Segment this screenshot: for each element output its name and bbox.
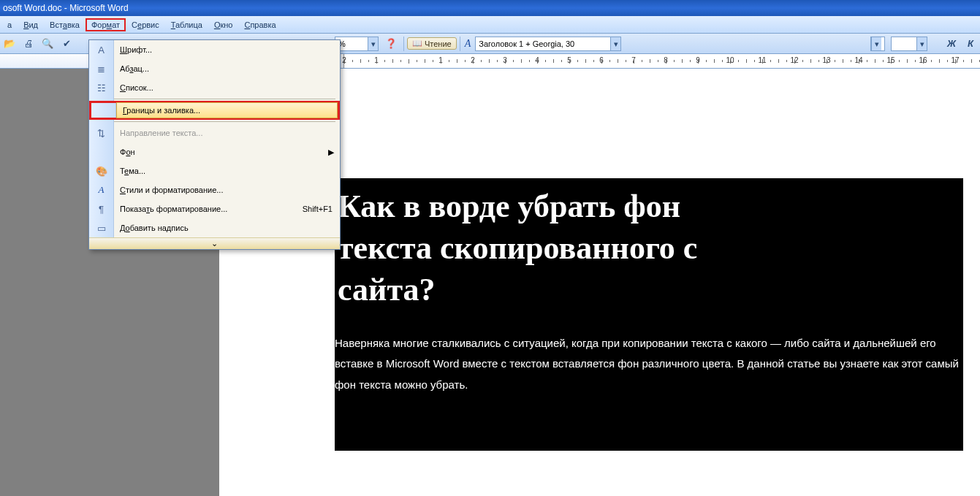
preview-button[interactable] bbox=[39, 36, 56, 52]
menu-styles[interactable]: Стили и форматирование... bbox=[89, 180, 340, 199]
menu-reveal-formatting[interactable]: Показать форматирование... Shift+F1 bbox=[89, 199, 340, 218]
list-icon bbox=[97, 83, 106, 94]
menu-item-view[interactable]: Вид bbox=[18, 18, 44, 31]
menu-list[interactable]: Список... bbox=[89, 78, 340, 97]
direction-icon bbox=[97, 128, 105, 139]
chevron-down-icon[interactable]: ▾ bbox=[610, 37, 620, 50]
menu-item-table[interactable]: Таблица bbox=[165, 18, 208, 31]
size-input[interactable] bbox=[892, 39, 916, 48]
zoom-combo[interactable]: ▾ bbox=[335, 37, 379, 51]
bold-button[interactable]: Ж bbox=[943, 36, 960, 52]
menu-theme[interactable]: Тема... bbox=[89, 161, 340, 180]
menubar: а Вид Вставка Формат Сервис Таблица Окно… bbox=[0, 16, 980, 34]
format-dropdown: Шрифт... Абзац... Список... Границы и за… bbox=[88, 39, 341, 250]
menu-text-direction: Направление текста... bbox=[89, 123, 340, 142]
italic-button[interactable]: К bbox=[962, 36, 979, 52]
menu-item-help[interactable]: Справка bbox=[238, 18, 281, 31]
book-icon bbox=[412, 39, 422, 48]
paragraph-icon bbox=[97, 64, 105, 75]
style-a-icon[interactable]: A bbox=[465, 38, 471, 50]
expand-menu-button[interactable]: ⌄ bbox=[89, 237, 340, 249]
open-button[interactable] bbox=[1, 36, 18, 52]
preview-icon bbox=[42, 38, 53, 49]
shortcut-label: Shift+F1 bbox=[303, 205, 340, 213]
open-icon bbox=[4, 38, 15, 49]
print-icon bbox=[24, 38, 34, 49]
spellcheck-button[interactable] bbox=[58, 36, 75, 52]
menu-borders-shading[interactable]: Границы и заливка... bbox=[89, 101, 340, 120]
font-icon bbox=[98, 45, 105, 56]
window-titlebar: osoft Word.doc - Microsoft Word bbox=[0, 0, 980, 16]
doc-body: Наверняка многие сталкивались с ситуацие… bbox=[335, 333, 963, 396]
menu-item-window[interactable]: Окно bbox=[208, 18, 239, 31]
menu-item-a[interactable]: а bbox=[1, 18, 18, 31]
menu-item-service[interactable]: Сервис bbox=[126, 18, 165, 31]
print-button[interactable] bbox=[20, 36, 37, 52]
style-input[interactable] bbox=[476, 39, 610, 48]
selected-text-block: Как в ворде убрать фон текста скопирован… bbox=[335, 178, 963, 451]
separator bbox=[460, 37, 460, 51]
styles-icon bbox=[99, 184, 105, 196]
textbox-icon bbox=[97, 223, 106, 234]
size-combo[interactable]: ▾ bbox=[891, 37, 927, 51]
menu-item-format[interactable]: Формат bbox=[86, 18, 126, 31]
spellcheck-icon bbox=[63, 38, 71, 49]
chevron-down-icon[interactable]: ▾ bbox=[916, 37, 927, 50]
chevron-down-icon: ⌄ bbox=[211, 239, 218, 248]
menu-background[interactable]: Фон ▶ bbox=[89, 142, 340, 161]
menu-add-textbox[interactable]: Добавить надпись bbox=[89, 218, 340, 237]
font-combo[interactable]: ▾ bbox=[870, 37, 885, 51]
menu-item-insert[interactable]: Вставка bbox=[44, 18, 86, 31]
reading-label: Чтение bbox=[425, 39, 452, 48]
separator bbox=[403, 37, 404, 51]
chevron-down-icon[interactable]: ▾ bbox=[368, 37, 378, 50]
window-title: osoft Word.doc - Microsoft Word bbox=[3, 3, 129, 13]
help-button[interactable] bbox=[382, 36, 400, 52]
doc-title: Как в ворде убрать фон текста скопирован… bbox=[335, 186, 963, 311]
theme-icon bbox=[96, 166, 107, 177]
submenu-arrow-icon: ▶ bbox=[328, 148, 340, 157]
help-icon bbox=[385, 38, 397, 49]
reveal-icon bbox=[99, 204, 104, 215]
reading-button[interactable]: Чтение bbox=[407, 37, 457, 50]
style-combo[interactable]: ▾ bbox=[475, 37, 621, 51]
chevron-down-icon[interactable]: ▾ bbox=[871, 37, 881, 50]
menu-paragraph[interactable]: Абзац... bbox=[89, 59, 340, 78]
menu-font[interactable]: Шрифт... bbox=[89, 40, 340, 59]
